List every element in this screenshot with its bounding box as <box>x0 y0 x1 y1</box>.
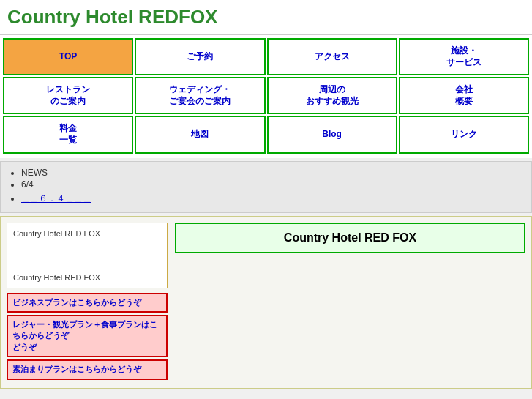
news-label: NEWS <box>21 168 522 178</box>
nav-facilities[interactable]: 施設・サービス <box>399 38 529 75</box>
nav-company[interactable]: 会社概要 <box>399 77 529 114</box>
news-links: ＿＿６．４＿＿＿ <box>10 193 522 205</box>
nav-links[interactable]: リンク <box>399 116 529 153</box>
nav-row-1: TOP ご予約 アクセス 施設・サービス <box>3 38 529 75</box>
page-header: Country Hotel REDFOX <box>0 0 532 35</box>
page-title: Country Hotel REDFOX <box>7 6 525 29</box>
hotel-name-bottom: Country Hotel RED FOX <box>13 273 100 282</box>
hotel-title-box: Country Hotel RED FOX <box>175 223 525 253</box>
hotel-title-text: Country Hotel RED FOX <box>284 231 416 244</box>
left-panel: Country Hotel RED FOX Country Hotel RED … <box>7 223 168 382</box>
main-content: Country Hotel RED FOX Country Hotel RED … <box>0 216 532 389</box>
nav-prices[interactable]: 料金一覧 <box>3 116 133 153</box>
news-link[interactable]: ＿＿６．４＿＿＿ <box>21 193 91 204</box>
promo-item-3[interactable]: 素泊まりプランはこちらからどうぞ <box>7 359 168 379</box>
hotel-name-top: Country Hotel RED FOX <box>13 229 100 238</box>
news-date: 6/4 <box>21 179 522 190</box>
promo-item-1[interactable]: ビジネスプランはこちらからどうぞ <box>7 293 168 313</box>
navigation: TOP ご予約 アクセス 施設・サービス レストランのご案内 ウェディング・ご宴… <box>0 35 532 158</box>
promo-list: ビジネスプランはこちらからどうぞ レジャー・観光プラン＋食事プランはこちらからど… <box>7 293 168 380</box>
news-section: NEWS 6/4 ＿＿６．４＿＿＿ <box>0 161 532 213</box>
nav-top[interactable]: TOP <box>3 38 133 75</box>
nav-row-3: 料金一覧 地図 Blog リンク <box>3 116 529 153</box>
nav-blog[interactable]: Blog <box>267 116 397 153</box>
nav-reservation[interactable]: ご予約 <box>135 38 265 75</box>
hotel-image-box: Country Hotel RED FOX Country Hotel RED … <box>7 223 168 288</box>
news-list: NEWS 6/4 <box>10 168 522 190</box>
nav-tourism[interactable]: 周辺のおすすめ観光 <box>267 77 397 114</box>
nav-wedding[interactable]: ウェディング・ご宴会のご案内 <box>135 77 265 114</box>
nav-access[interactable]: アクセス <box>267 38 397 75</box>
nav-row-2: レストランのご案内 ウェディング・ご宴会のご案内 周辺のおすすめ観光 会社概要 <box>3 77 529 114</box>
right-panel: Country Hotel RED FOX <box>175 223 525 382</box>
news-link-item: ＿＿６．４＿＿＿ <box>21 193 522 205</box>
nav-restaurant[interactable]: レストランのご案内 <box>3 77 133 114</box>
nav-map[interactable]: 地図 <box>135 116 265 153</box>
promo-item-2[interactable]: レジャー・観光プラン＋食事プランはこちらからどうぞどうぞ <box>7 315 168 357</box>
